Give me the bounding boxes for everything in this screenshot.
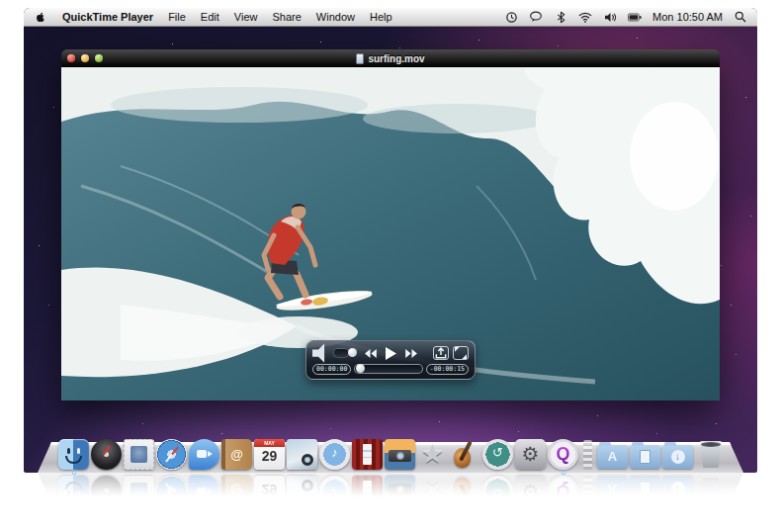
timeline-scrubber[interactable] [354,364,422,374]
elapsed-time: 00:00:00 [312,364,351,375]
menu-edit[interactable]: Edit [201,11,219,23]
running-indicator [72,471,76,475]
battery-icon[interactable] [628,10,642,24]
dock-divider [583,440,592,470]
dock-icon-finder[interactable] [58,439,89,470]
dock-icon-iphoto[interactable] [385,439,415,470]
desktop-background: QuickTime Player File Edit View Share Wi… [24,8,757,473]
dock-icons: @ MAY 29 ♪ ★ ↺ ⚙ Q A ↓ [58,439,723,470]
menu-view[interactable]: View [234,11,258,23]
menu-share[interactable]: Share [272,11,301,23]
speaker-icon [312,342,331,364]
window-title: surfing.mov [368,53,424,64]
star-glyph: ★ [421,439,444,470]
fast-forward-button[interactable] [405,349,418,358]
dock-icon-address-book[interactable]: @ [221,439,252,470]
running-indicator [562,471,565,475]
volume-menu-icon[interactable] [603,10,617,24]
volume-knob[interactable] [348,348,357,357]
volume-slider[interactable] [333,348,349,358]
dock-icon-safari[interactable] [156,439,187,470]
dock-icon-preview[interactable] [287,439,317,470]
dock-icon-documents-folder[interactable] [630,445,660,469]
dock-icon-ical[interactable]: MAY 29 [254,439,285,470]
rewind-button[interactable] [364,349,377,358]
at-glyph: @ [221,447,252,462]
ical-day: 29 [254,448,285,464]
dock-icon-photo-booth[interactable] [352,439,383,470]
video-canvas: 00:00:00 -00:00:15 [61,67,720,400]
quicktime-window: surfing.mov [61,49,720,400]
dock-icon-system-preferences[interactable]: ⚙ [515,439,546,470]
gear-icon: ⚙ [522,439,540,470]
ichat-menu-icon[interactable] [529,10,543,24]
playback-controls: 00:00:00 -00:00:15 [305,340,476,380]
document-icon [640,450,651,464]
zoom-button[interactable] [95,54,103,62]
dock-icon-mail[interactable] [124,439,154,470]
dock-icon-itunes[interactable]: ♪ [319,439,350,470]
playhead-knob[interactable] [356,364,365,373]
spotlight-icon[interactable] [734,10,747,24]
bluetooth-icon[interactable] [554,10,567,24]
volume-control[interactable] [312,342,349,364]
sync-icon[interactable] [504,10,518,24]
window-titlebar[interactable]: surfing.mov [61,49,720,67]
wifi-icon[interactable] [578,10,592,24]
menu-bar: QuickTime Player File Edit View Share Wi… [24,8,757,27]
dock-icon-dashboard[interactable] [91,439,122,470]
applications-a-glyph: A [608,449,617,464]
menu-app-name[interactable]: QuickTime Player [62,11,153,23]
dock-icon-downloads-folder[interactable]: ↓ [662,445,693,469]
dock-icon-quicktime-player[interactable]: Q [548,439,578,470]
menu-window[interactable]: Window [316,11,355,23]
fullscreen-button[interactable] [453,346,469,360]
close-button[interactable] [67,54,75,62]
time-machine-glyph: ↺ [482,445,513,460]
dock: @ MAY 29 ♪ ★ ↺ ⚙ Q A ↓ [38,433,743,473]
menu-help[interactable]: Help [370,11,392,23]
movie-file-icon [356,53,364,64]
dock-icon-garageband[interactable] [450,439,480,470]
minimize-button[interactable] [81,54,89,62]
dock-icon-applications-folder[interactable]: A [597,445,628,469]
music-note-glyph: ♪ [319,445,350,460]
dock-icon-trash[interactable] [699,441,723,468]
ical-month: MAY [254,439,285,447]
dock-icon-time-machine[interactable]: ↺ [482,439,513,470]
play-button[interactable] [386,347,396,360]
remaining-time: -00:00:15 [426,364,469,375]
download-arrow-icon: ↓ [671,450,685,464]
apple-menu-icon[interactable] [34,10,47,24]
menu-file[interactable]: File [168,11,186,23]
quicktime-q-glyph: Q [556,444,569,465]
share-button[interactable] [433,346,449,360]
dock-icon-imovie[interactable]: ★ [417,439,448,470]
dock-icon-ichat[interactable] [189,439,219,470]
menu-clock[interactable]: Mon 10:50 AM [652,11,723,23]
